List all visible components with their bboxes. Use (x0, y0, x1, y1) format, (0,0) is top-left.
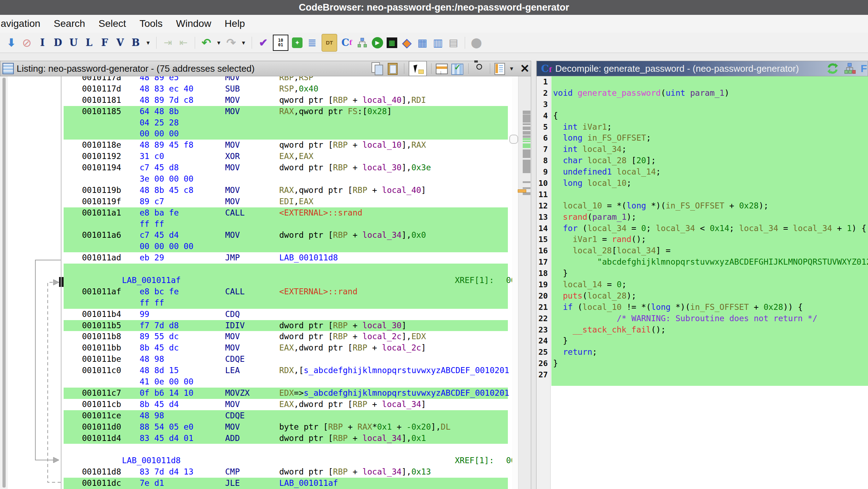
decompile-line[interactable]: for (local_34 = 0; local_34 < 0x14; loca… (551, 223, 868, 234)
listing-row[interactable]: 001011afe8 bc feCALL<EXTERNAL>::rand (0, 286, 512, 297)
listing-row[interactable]: 0010119231 c0XOREAX,EAX (0, 151, 512, 162)
listing-row[interactable]: 00101194c7 45 d8MOVdword ptr [RBP + loca… (0, 162, 512, 173)
listing-row[interactable]: 0010118e48 89 45 f8MOVqword ptr [RBP + l… (0, 140, 512, 151)
listing-row[interactable]: 0010118564 48 8bMOVRAX,qword ptr FS:[0x2… (0, 106, 512, 117)
decompile-line[interactable]: } (551, 358, 868, 369)
menu-item-tools[interactable]: Tools (133, 15, 169, 33)
decompile-line[interactable]: undefined1 local_14; (551, 166, 868, 178)
collapsed-splitter-handle[interactable] (2, 78, 6, 488)
listing-row[interactable]: 0010119f89 c7MOVEDI,EAX (0, 196, 512, 207)
decompile-line[interactable]: char local_28 [20]; (551, 155, 868, 166)
decompile-line[interactable]: iVar1 = rand(); (551, 234, 868, 245)
decompile-line[interactable] (551, 76, 868, 88)
menu-item-search[interactable]: Search (47, 15, 92, 33)
listing-row[interactable]: 001011c70f b6 14 10MOVZXEDX=>s_abcdefghi… (0, 388, 512, 399)
byte-dropdown-icon[interactable]: ▾ (145, 36, 151, 50)
stamp-in-icon[interactable]: ⇥ (162, 36, 174, 50)
stamp-out-icon[interactable]: ⇤ (177, 36, 189, 50)
graph-icon[interactable] (844, 63, 856, 75)
decompile-line[interactable]: local_10 = *(long *)(in_FS_OFFSET + 0x28… (551, 200, 868, 212)
listing-row[interactable]: 00 00 00 (0, 128, 512, 140)
listing-row[interactable]: 001011bb8b 45 dcMOVEAX,dword ptr [RBP + … (0, 342, 512, 354)
decompile-line[interactable] (551, 369, 868, 381)
listing-row[interactable]: ff ff (0, 297, 512, 309)
listing-row[interactable]: 0010117a48 89 e5MOVRBP,RSP (0, 76, 512, 83)
menu-item-avigation[interactable]: avigation (0, 15, 47, 33)
listing-row[interactable]: 001011d883 7d d4 13CMPdword ptr [RBP + l… (0, 466, 512, 478)
sidebar-toggle-icon[interactable] (494, 62, 507, 75)
symbol-tree-icon[interactable] (356, 36, 368, 50)
listing-row[interactable]: 3e 00 00 00 (0, 173, 512, 185)
listing-panel-header[interactable]: Listing: neo-password-generator - (75 ad… (0, 61, 534, 76)
decompile-line[interactable] (551, 189, 868, 200)
window-titlebar[interactable]: CodeBrowser: neo-password-gen:/neo-passw… (0, 0, 868, 15)
table-export-icon[interactable]: ▥ (432, 36, 444, 50)
listing-row[interactable]: 00 00 00 00 (0, 241, 512, 252)
listing-row[interactable]: 001011cb8b 45 d4MOVEAX,dword ptr [RBP + … (0, 399, 512, 410)
listing-row[interactable]: 04 25 28 (0, 117, 512, 129)
decompile-line[interactable]: if (local_10 != *(long *)(in_FS_OFFSET +… (551, 302, 868, 313)
menu-item-window[interactable]: Window (169, 15, 218, 33)
decompile-line[interactable]: srand(param_1); (551, 212, 868, 223)
close-icon[interactable]: ✕ (518, 62, 531, 75)
mark-byte-icon[interactable]: B (130, 36, 142, 50)
undo-icon[interactable]: ↶ (200, 36, 212, 50)
decompile-line[interactable]: __stack_chk_fail(); (551, 324, 868, 336)
overview-marker-bar[interactable] (518, 76, 531, 489)
decompile-line[interactable]: int iVar1; (551, 122, 868, 133)
listing-row[interactable]: 001011b889 55 dcMOVdword ptr [RBP + loca… (0, 331, 512, 342)
listing-row[interactable]: 001011c048 8d 15LEARDX,[s_abcdefghijklmn… (0, 365, 512, 376)
decompile-line[interactable]: } (551, 335, 868, 347)
decompile-panel-header[interactable]: Cf Decompile: generate_password - (neo-p… (536, 61, 868, 76)
clear-code-icon[interactable]: ✦ (292, 37, 303, 48)
listing-row[interactable]: 001011b5f7 7d d8IDIVdword ptr [RBP + loc… (0, 320, 512, 331)
decompile-line[interactable]: void generate_password(uint param_1) (551, 88, 868, 99)
navigate-down-icon[interactable]: ⬇ (5, 36, 17, 50)
redo-icon[interactable]: ↷ (225, 36, 237, 50)
decompile-line[interactable]: local_14 = 0; (551, 279, 868, 290)
decompile-line[interactable]: return; (551, 347, 868, 358)
listing-row[interactable]: ff ff (0, 219, 512, 230)
menu-item-select[interactable]: Select (92, 15, 133, 33)
decompile-line[interactable]: } (551, 268, 868, 279)
copy-icon[interactable] (371, 62, 384, 75)
table-view-icon[interactable]: ▦ (416, 36, 428, 50)
mark-function-icon[interactable]: F (99, 36, 111, 50)
edit-fields-icon[interactable] (436, 62, 448, 75)
diamond-bookmark-icon[interactable]: ◆ (401, 36, 413, 50)
listing-scroll-thumb[interactable] (509, 135, 518, 144)
listing-row[interactable]: 001011adeb 29JMPLAB_001011d8 (0, 252, 512, 264)
decompile-line[interactable]: /* WARNING: Subroutine does not return *… (551, 313, 868, 324)
cursor-tool-icon[interactable] (409, 61, 427, 76)
decompile-line[interactable]: puts(local_28); (551, 290, 868, 302)
listing-label-row[interactable]: LAB_001011d8XREF[1]:00 (0, 455, 512, 466)
diff-view-icon[interactable] (451, 62, 464, 75)
undo-dropdown-icon[interactable]: ▾ (216, 36, 222, 50)
clear-icon[interactable]: ⊘ (21, 36, 33, 50)
listing-row[interactable]: 001011be48 98CDQE (0, 354, 512, 365)
listing-row[interactable]: 001011a6c7 45 d4MOVdword ptr [RBP + loca… (0, 230, 512, 241)
function-graph-icon[interactable]: ▤ (447, 36, 459, 50)
listing-row[interactable]: 41 0e 00 00 (0, 376, 512, 388)
assistant-icon[interactable]: ⬤ (470, 36, 482, 50)
listing-row[interactable]: 001011d088 54 05 e0MOVbyte ptr [RBP + RA… (0, 422, 512, 433)
decompile-line[interactable]: "abcdefghijklmnopqrstuvwxyzABCDEFGHIJKLM… (551, 257, 868, 268)
clipped-icon[interactable]: F (861, 63, 868, 75)
redo-dropdown-icon[interactable]: ▾ (241, 36, 246, 50)
listing-row[interactable] (0, 444, 512, 455)
mark-undefined-icon[interactable]: U (68, 36, 80, 50)
mark-variable-icon[interactable]: V (114, 36, 126, 50)
validate-icon[interactable]: ✔ (257, 36, 269, 50)
sidebar-dropdown-icon[interactable]: ▾ (510, 65, 516, 72)
decompile-line[interactable] (551, 99, 868, 110)
data-type-manager-icon[interactable]: ≣ (306, 36, 318, 50)
binary-view-icon[interactable]: 10 01 (273, 35, 288, 51)
listing-label-row[interactable]: LAB_001011afXREF[1]:00 (0, 275, 512, 286)
mark-label-icon[interactable]: L (83, 36, 95, 50)
paste-icon[interactable] (387, 62, 400, 75)
listing-row[interactable]: 001011b499CDQ (0, 309, 512, 320)
listing-row[interactable]: 0010117d48 83 ec 40SUBRSP,0x40 (0, 83, 512, 95)
listing-row[interactable]: 001011a1e8 ba feCALL<EXTERNAL>::srand (0, 207, 512, 219)
listing-row[interactable]: 0010119b48 8b 45 c8MOVRAX,qword ptr [RBP… (0, 185, 512, 196)
listing-row[interactable] (0, 264, 512, 275)
